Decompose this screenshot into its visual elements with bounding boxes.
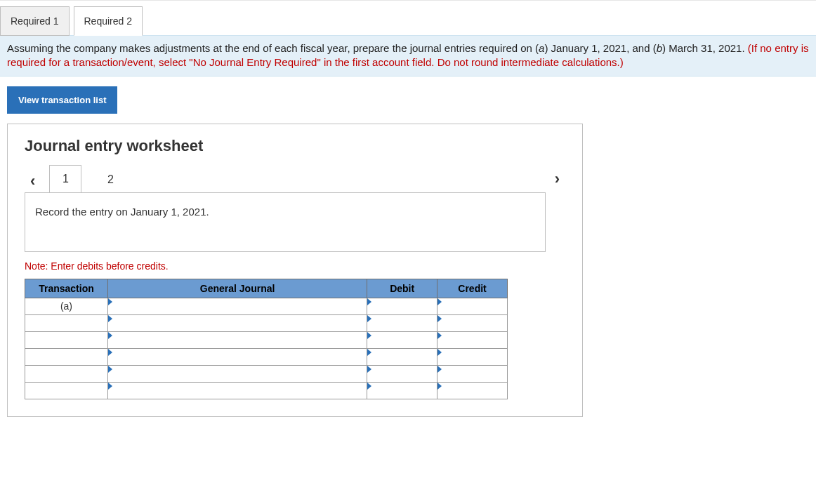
note-text: Note: Enter debits before credits. bbox=[25, 260, 565, 272]
cell-debit bbox=[367, 348, 437, 365]
cell-transaction[interactable] bbox=[25, 365, 108, 382]
instruction-panel: Assuming the company makes adjustments a… bbox=[0, 35, 816, 77]
tab-required-1[interactable]: Required 1 bbox=[0, 6, 70, 36]
cell-debit bbox=[367, 298, 437, 314]
dropdown-indicator-icon bbox=[437, 298, 442, 305]
col-header-credit: Credit bbox=[437, 279, 508, 298]
cell-general-journal bbox=[107, 382, 367, 399]
dropdown-indicator-icon bbox=[108, 315, 112, 322]
view-transaction-list-button[interactable]: View transaction list bbox=[7, 86, 117, 114]
col-header-general-journal: General Journal bbox=[107, 279, 367, 298]
cell-credit bbox=[437, 331, 508, 348]
dropdown-indicator-icon bbox=[108, 349, 112, 356]
dropdown-indicator-icon bbox=[367, 298, 371, 305]
dropdown-indicator-icon bbox=[108, 298, 112, 305]
general-journal-input[interactable] bbox=[108, 298, 367, 314]
cell-debit bbox=[367, 365, 437, 382]
chevron-left-icon[interactable]: ‹ bbox=[25, 169, 41, 193]
cell-debit bbox=[367, 314, 437, 331]
instruction-italic-b: b bbox=[657, 42, 662, 54]
cell-general-journal bbox=[107, 365, 367, 382]
dropdown-indicator-icon bbox=[367, 315, 371, 322]
dropdown-indicator-icon bbox=[108, 383, 112, 390]
credit-input[interactable] bbox=[437, 298, 507, 314]
dropdown-indicator-icon bbox=[367, 332, 371, 339]
table-row bbox=[25, 382, 508, 399]
instruction-text-3: ) March 31, 2021. bbox=[662, 42, 748, 54]
requirement-tabs: Required 1 Required 2 bbox=[0, 6, 816, 36]
entry-prompt: Record the entry on January 1, 2021. bbox=[25, 192, 546, 252]
table-row: (a) bbox=[25, 298, 508, 314]
debit-input[interactable] bbox=[367, 383, 437, 399]
journal-entry-worksheet: Journal entry worksheet ‹ 1 2 › Record t… bbox=[7, 124, 583, 417]
worksheet-page-1[interactable]: 1 bbox=[49, 165, 81, 193]
instruction-text-2: ) January 1, 2021, and ( bbox=[544, 42, 656, 54]
col-header-transaction: Transaction bbox=[25, 279, 108, 298]
worksheet-title: Journal entry worksheet bbox=[25, 137, 565, 155]
dropdown-indicator-icon bbox=[108, 332, 112, 339]
dropdown-indicator-icon bbox=[367, 366, 371, 373]
cell-credit bbox=[437, 298, 508, 314]
table-row bbox=[25, 348, 508, 365]
table-row bbox=[25, 365, 508, 382]
credit-input[interactable] bbox=[437, 366, 507, 382]
table-row bbox=[25, 314, 508, 331]
dropdown-indicator-icon bbox=[367, 349, 371, 356]
cell-debit bbox=[367, 382, 437, 399]
cell-transaction[interactable] bbox=[25, 348, 108, 365]
chevron-right-icon[interactable]: › bbox=[549, 167, 565, 191]
journal-entry-table: Transaction General Journal Debit Credit… bbox=[25, 279, 508, 399]
dropdown-indicator-icon bbox=[437, 349, 442, 356]
dropdown-indicator-icon bbox=[367, 383, 371, 390]
credit-input[interactable] bbox=[437, 332, 507, 348]
cell-general-journal bbox=[107, 298, 367, 314]
credit-input[interactable] bbox=[437, 383, 507, 399]
cell-general-journal bbox=[107, 314, 367, 331]
cell-transaction[interactable] bbox=[25, 331, 108, 348]
col-header-debit: Debit bbox=[367, 279, 437, 298]
general-journal-input[interactable] bbox=[108, 349, 367, 365]
table-row bbox=[25, 331, 508, 348]
general-journal-input[interactable] bbox=[108, 332, 367, 348]
cell-general-journal bbox=[107, 348, 367, 365]
dropdown-indicator-icon bbox=[437, 315, 442, 322]
debit-input[interactable] bbox=[367, 349, 437, 365]
credit-input[interactable] bbox=[437, 349, 507, 365]
cell-general-journal bbox=[107, 331, 367, 348]
cell-transaction[interactable] bbox=[25, 382, 108, 399]
cell-transaction[interactable] bbox=[25, 314, 108, 331]
cell-credit bbox=[437, 314, 508, 331]
cell-transaction[interactable]: (a) bbox=[25, 298, 108, 314]
cell-debit bbox=[367, 331, 437, 348]
debit-input[interactable] bbox=[367, 315, 437, 331]
worksheet-page-2[interactable]: 2 bbox=[94, 166, 126, 193]
dropdown-indicator-icon bbox=[108, 366, 112, 373]
debit-input[interactable] bbox=[367, 332, 437, 348]
dropdown-indicator-icon bbox=[437, 332, 442, 339]
tab-required-2[interactable]: Required 2 bbox=[74, 6, 143, 36]
debit-input[interactable] bbox=[367, 366, 437, 382]
general-journal-input[interactable] bbox=[108, 315, 367, 331]
instruction-text-1: Assuming the company makes adjustments a… bbox=[7, 42, 539, 54]
general-journal-input[interactable] bbox=[108, 383, 367, 399]
credit-input[interactable] bbox=[437, 315, 507, 331]
general-journal-input[interactable] bbox=[108, 366, 367, 382]
dropdown-indicator-icon bbox=[437, 366, 442, 373]
cell-credit bbox=[437, 382, 508, 399]
cell-credit bbox=[437, 365, 508, 382]
cell-credit bbox=[437, 348, 508, 365]
dropdown-indicator-icon bbox=[437, 383, 442, 390]
debit-input[interactable] bbox=[367, 298, 437, 314]
